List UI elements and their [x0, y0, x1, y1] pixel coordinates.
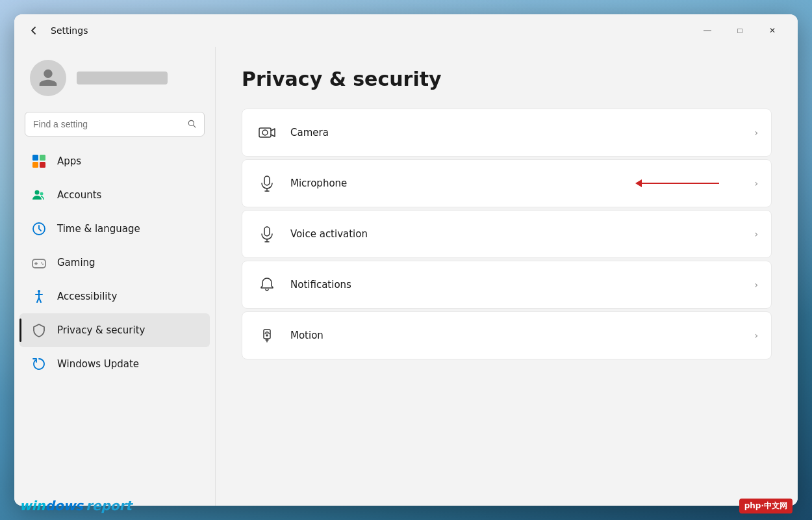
accounts-label: Accounts [57, 189, 101, 201]
user-icon [38, 68, 58, 88]
svg-point-28 [266, 335, 268, 336]
notifications-chevron: › [754, 280, 758, 290]
sidebar-item-gaming[interactable]: Gaming [19, 246, 210, 280]
sidebar-item-time-language[interactable]: Time & language [19, 212, 210, 246]
svg-rect-4 [32, 162, 38, 168]
window-content: Apps Accounts [14, 47, 798, 506]
watermark-php: php·中文网 [739, 499, 793, 514]
motion-label: Motion [290, 330, 754, 341]
user-section [14, 47, 215, 109]
voice-activation-label: Voice activation [290, 228, 754, 240]
setting-item-camera[interactable]: Camera › [242, 109, 772, 157]
camera-icon [255, 121, 279, 144]
voice-activation-icon [255, 222, 279, 246]
search-icon [187, 119, 196, 130]
microphone-chevron: › [754, 178, 758, 188]
user-name [77, 72, 168, 84]
page-title: Privacy & security [242, 68, 772, 90]
gaming-icon [30, 254, 48, 272]
svg-point-6 [35, 190, 40, 195]
setting-item-microphone[interactable]: Microphone › [242, 159, 772, 207]
maximize-button[interactable]: □ [725, 20, 755, 41]
sidebar-item-apps[interactable]: Apps [19, 144, 210, 178]
window-controls: — □ ✕ [692, 20, 787, 41]
setting-item-motion[interactable]: Motion › [242, 311, 772, 359]
accessibility-icon [30, 287, 48, 306]
accounts-icon [30, 186, 48, 204]
windows-update-label: Windows Update [57, 358, 139, 370]
microphone-arrow [635, 179, 719, 187]
microphone-icon [255, 172, 279, 195]
svg-line-1 [194, 125, 196, 127]
svg-rect-5 [40, 162, 45, 168]
camera-label: Camera [290, 127, 754, 138]
setting-item-notifications[interactable]: Notifications › [242, 261, 772, 309]
setting-item-voice-activation[interactable]: Voice activation › [242, 210, 772, 258]
voice-activation-chevron: › [754, 229, 758, 239]
apps-icon [30, 152, 48, 170]
svg-line-18 [39, 298, 41, 302]
motion-icon [255, 324, 279, 347]
sidebar-item-privacy-security[interactable]: Privacy & security [19, 313, 210, 347]
svg-point-20 [262, 130, 268, 135]
svg-rect-21 [264, 176, 270, 185]
back-button[interactable] [25, 21, 43, 40]
settings-list: Camera › Microphone [242, 109, 772, 359]
motion-chevron: › [754, 330, 758, 341]
watermark: windows report [19, 498, 132, 514]
accessibility-label: Accessibility [57, 291, 117, 302]
svg-point-7 [40, 192, 44, 196]
window-title: Settings [51, 25, 88, 36]
search-input[interactable] [33, 119, 187, 129]
svg-rect-2 [32, 155, 38, 161]
gaming-label: Gaming [57, 257, 95, 268]
svg-rect-19 [259, 128, 271, 137]
settings-window: Settings — □ ✕ [14, 14, 798, 506]
arrow-line [641, 183, 719, 184]
time-icon [30, 220, 48, 238]
sidebar-item-windows-update[interactable]: Windows Update [19, 347, 210, 381]
svg-rect-27 [264, 330, 270, 339]
notifications-icon [255, 273, 279, 296]
watermark-report: report [86, 498, 132, 514]
close-button[interactable]: ✕ [757, 20, 787, 41]
svg-point-12 [41, 263, 42, 264]
svg-rect-3 [40, 155, 45, 161]
search-box[interactable] [25, 112, 205, 136]
sidebar-item-accounts[interactable]: Accounts [19, 178, 210, 212]
watermark-windows: windows [19, 498, 83, 514]
nav-list: Apps Accounts [14, 144, 215, 495]
main-panel: Privacy & security Camera › [216, 47, 798, 506]
minimize-button[interactable]: — [692, 20, 722, 41]
sidebar: Apps Accounts [14, 47, 216, 506]
shield-icon [30, 321, 48, 339]
sidebar-item-accessibility[interactable]: Accessibility [19, 280, 210, 313]
camera-chevron: › [754, 127, 758, 138]
svg-rect-24 [264, 227, 270, 236]
privacy-security-label: Privacy & security [57, 324, 145, 336]
svg-rect-9 [32, 259, 45, 268]
titlebar: Settings — □ ✕ [14, 14, 798, 47]
update-icon [30, 355, 48, 373]
apps-label: Apps [57, 155, 81, 167]
avatar [30, 60, 66, 96]
notifications-label: Notifications [290, 279, 754, 291]
time-label: Time & language [57, 223, 140, 235]
svg-point-13 [42, 264, 44, 265]
